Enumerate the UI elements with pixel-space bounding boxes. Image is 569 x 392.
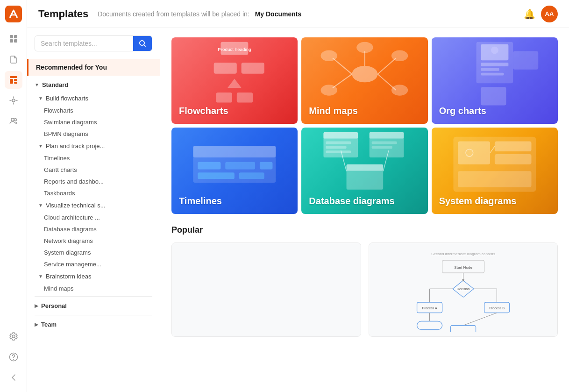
hero-card-system[interactable]: System diagrams xyxy=(432,128,558,214)
sidebar-brainstorm[interactable]: ▼ Brainstorm ideas xyxy=(27,270,160,283)
header-subtitle: Documents created from templates will be… xyxy=(98,10,249,18)
svg-text:Process B: Process B xyxy=(489,306,505,310)
search-box xyxy=(35,36,152,51)
popular-grid: Second intermediate diagram consists Sta… xyxy=(171,242,558,337)
search-icon xyxy=(139,40,146,47)
app-logo[interactable] xyxy=(5,6,22,22)
nav-team[interactable] xyxy=(5,112,22,130)
orgcharts-card-label: Org charts xyxy=(439,106,486,116)
system-card-label: System diagrams xyxy=(439,196,517,207)
hero-card-database[interactable]: Database diagrams xyxy=(301,128,427,214)
search-button[interactable] xyxy=(133,36,152,51)
svg-rect-84 xyxy=(417,321,442,330)
sidebar-item-swimlane[interactable]: Swimlane diagrams xyxy=(27,116,160,128)
sidebar-item-bpmn[interactable]: BPMN diagrams xyxy=(27,128,160,140)
svg-rect-59 xyxy=(346,164,383,171)
orgcharts-diagram xyxy=(441,37,548,111)
svg-rect-39 xyxy=(481,73,504,76)
notification-bell-icon[interactable]: 🔔 xyxy=(524,8,535,20)
svg-rect-5 xyxy=(10,76,17,78)
sidebar-item-timelines[interactable]: Timelines xyxy=(27,152,160,164)
popular-card-1[interactable] xyxy=(171,242,361,337)
svg-rect-3 xyxy=(10,39,13,43)
sidebar-item-reports[interactable]: Reports and dashbo... xyxy=(27,176,160,187)
svg-rect-22 xyxy=(237,93,253,103)
sidebar-item-cloud[interactable]: Cloud architecture ... xyxy=(27,212,160,223)
popular-card-2-preview: Second intermediate diagram consists Sta… xyxy=(369,243,558,336)
sidebar-item-mindmaps[interactable]: Mind maps xyxy=(27,283,160,294)
sidebar-item-system[interactable]: System diagrams xyxy=(27,247,160,258)
svg-rect-19 xyxy=(242,63,264,74)
svg-line-28 xyxy=(377,58,396,74)
sidebar-item-flowcharts[interactable]: Flowcharts xyxy=(27,105,160,116)
svg-rect-43 xyxy=(193,146,276,157)
sidebar-item-database[interactable]: Database diagrams xyxy=(27,223,160,235)
sidebar-standard-group[interactable]: ▼ Standard xyxy=(27,78,160,92)
build-flowcharts-label: Build flowcharts xyxy=(46,95,88,102)
nav-integrations[interactable] xyxy=(5,92,22,109)
build-flowcharts-chevron-icon: ▼ xyxy=(38,96,43,101)
hero-card-timelines[interactable]: Timelines xyxy=(171,128,298,214)
svg-rect-21 xyxy=(216,93,232,103)
popular-title: Popular xyxy=(171,225,558,235)
flowcharts-card-label: Flowcharts xyxy=(179,106,228,116)
sidebar-team-group[interactable]: ▶ Team xyxy=(27,317,160,332)
nav-help[interactable] xyxy=(5,348,22,366)
sidebar-item-service[interactable]: Service manageme... xyxy=(27,258,160,270)
main-container: Templates Documents created from templat… xyxy=(27,0,569,392)
nav-collapse[interactable] xyxy=(5,369,22,386)
svg-rect-68 xyxy=(458,171,531,187)
svg-point-9 xyxy=(12,99,15,102)
nav-templates[interactable] xyxy=(5,71,22,89)
popular-card-2[interactable]: Second intermediate diagram consists Sta… xyxy=(369,242,558,337)
svg-rect-64 xyxy=(495,141,532,151)
svg-point-23 xyxy=(352,66,377,82)
nav-bottom xyxy=(5,328,22,392)
sidebar-recommended-section: Recommended for You xyxy=(27,59,160,76)
hero-card-flowcharts[interactable]: Product heading Flowcharts xyxy=(171,37,298,124)
sidebar-personal-group[interactable]: ▶ Personal xyxy=(27,299,160,313)
search-input[interactable] xyxy=(35,36,133,51)
team-label: Team xyxy=(41,321,57,328)
svg-rect-55 xyxy=(369,132,404,139)
svg-rect-44 xyxy=(198,162,221,170)
page-title: Templates xyxy=(38,8,88,20)
nav-documents[interactable] xyxy=(5,50,22,68)
svg-rect-40 xyxy=(481,87,506,105)
svg-rect-18 xyxy=(214,63,237,74)
database-diagram xyxy=(311,128,419,201)
timelines-card-label: Timelines xyxy=(179,196,222,207)
svg-rect-46 xyxy=(260,162,273,170)
standard-chevron-icon: ▼ xyxy=(35,82,39,87)
svg-text:Second intermediate diagram co: Second intermediate diagram consists xyxy=(431,252,495,256)
sidebar-plan-track[interactable]: ▼ Plan and track proje... xyxy=(27,140,160,152)
brainstorm-label: Brainstorm ideas xyxy=(46,273,92,280)
my-documents-link[interactable]: My Documents xyxy=(255,10,302,18)
svg-point-29 xyxy=(391,50,407,62)
popular-card-2-diagram: Second intermediate diagram consists Sta… xyxy=(378,248,548,332)
svg-rect-0 xyxy=(5,6,22,22)
svg-rect-53 xyxy=(326,150,351,153)
mindmaps-diagram xyxy=(311,37,419,111)
hero-card-orgcharts[interactable]: Org charts xyxy=(432,37,558,124)
user-avatar[interactable]: AA xyxy=(541,6,558,22)
svg-rect-56 xyxy=(371,141,397,144)
hero-card-mindmaps[interactable]: Mind maps xyxy=(301,37,427,124)
top-header: Templates Documents created from templat… xyxy=(27,0,569,28)
template-main: Product heading Flowcharts xyxy=(160,28,569,392)
personal-chevron-icon: ▶ xyxy=(35,303,38,308)
recommended-button[interactable]: Recommended for You xyxy=(27,59,160,76)
nav-dashboard[interactable] xyxy=(5,30,22,48)
svg-rect-51 xyxy=(326,141,351,144)
sidebar-visualize-tech[interactable]: ▼ Visualize technical s... xyxy=(27,199,160,212)
svg-rect-41 xyxy=(513,51,538,69)
content-body: Recommended for You ▼ Standard ▼ Build f… xyxy=(27,28,569,392)
sidebar-item-taskboards[interactable]: Taskboards xyxy=(27,187,160,199)
svg-line-24 xyxy=(333,58,352,74)
sidebar-item-gantt[interactable]: Gantt charts xyxy=(27,164,160,176)
nav-settings[interactable] xyxy=(5,328,22,345)
sidebar-item-network[interactable]: Network diagrams xyxy=(27,235,160,247)
sidebar-standard-section: ▼ Standard ▼ Build flowcharts Flowcharts… xyxy=(27,78,160,294)
sidebar-build-flowcharts[interactable]: ▼ Build flowcharts xyxy=(27,92,160,105)
svg-point-25 xyxy=(320,50,337,62)
